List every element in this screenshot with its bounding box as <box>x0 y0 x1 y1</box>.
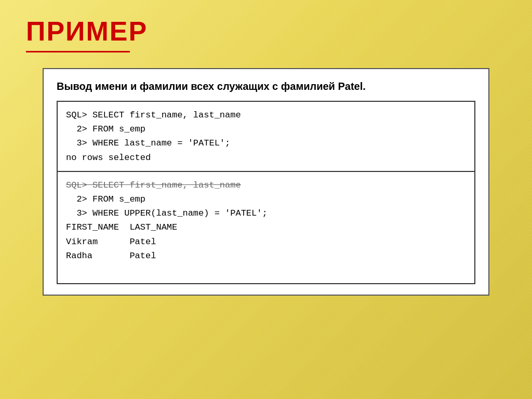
code-line-2-empty <box>66 263 466 277</box>
code-line-2-1-strikethrough: SQL> SELECT first_name, last_name <box>66 178 466 192</box>
code-line-2-3: 3> WHERE UPPER(last_name) = 'PATEL'; <box>66 206 466 220</box>
main-box: Вывод имени и фамилии всех служащих с фа… <box>43 68 489 296</box>
title-underline <box>26 51 130 52</box>
code-line-2-row1: Vikram Patel <box>66 235 466 249</box>
code-line-2-row2: Radha Patel <box>66 249 466 263</box>
code-line-2-2: 2> FROM s_emp <box>66 192 466 206</box>
code-line-1-4: no rows selected <box>66 151 466 165</box>
code-line-1-3: 3> WHERE last_name = 'PATEL'; <box>66 136 466 150</box>
code-line-1-2: 2> FROM s_emp <box>66 122 466 136</box>
code-line-1-1: SQL> SELECT first_name, last_name <box>66 108 466 122</box>
code-block-1: SQL> SELECT first_name, last_name 2> FRO… <box>57 101 475 172</box>
page-content: ПРИМЕР Вывод имени и фамилии всех служащ… <box>0 0 532 311</box>
code-line-2-header: FIRST_NAME LAST_NAME <box>66 220 466 234</box>
code-block-2: SQL> SELECT first_name, last_name 2> FRO… <box>57 172 475 284</box>
description-text: Вывод имени и фамилии всех служащих с фа… <box>57 79 475 93</box>
page-title: ПРИМЕР <box>26 16 506 47</box>
